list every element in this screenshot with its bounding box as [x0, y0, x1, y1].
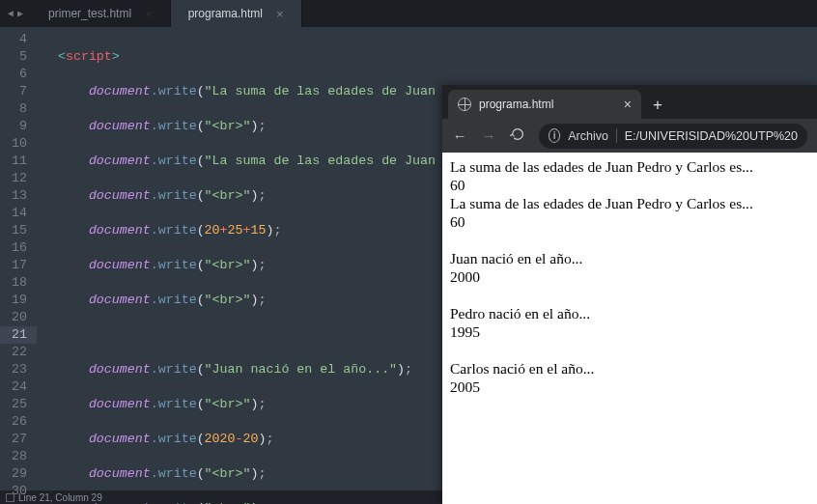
statusbar-checkbox[interactable]	[6, 493, 14, 502]
output-line: 1995	[450, 322, 809, 341]
line-number: 23	[0, 361, 27, 378]
line-number: 9	[0, 118, 27, 135]
line-number: 11	[0, 153, 27, 170]
browser-toolbar: ← → i Archivo E:/UNIVERISIDAD%20UTP%20	[442, 119, 817, 153]
address-bar[interactable]: i Archivo E:/UNIVERISIDAD%20UTP%20	[539, 124, 807, 149]
line-number: 21	[0, 326, 37, 344]
browser-tab[interactable]: programa.html ×	[448, 90, 641, 119]
line-number: 5	[0, 48, 27, 66]
url-divider	[616, 128, 617, 143]
close-icon[interactable]: ×	[276, 7, 284, 21]
line-number: 14	[0, 205, 27, 222]
page-content: La suma de las edades de Juan Pedro y Ca…	[442, 153, 817, 504]
line-number: 15	[0, 222, 27, 239]
line-number: 19	[0, 292, 27, 309]
tab-primer-test[interactable]: primer_test.html ×	[31, 0, 171, 27]
back-icon[interactable]: ←	[452, 127, 467, 144]
output-line: Pedro nació en el año...	[450, 304, 809, 322]
output-line: 60	[450, 176, 809, 194]
line-number: 20	[0, 309, 27, 326]
reload-icon[interactable]	[510, 126, 525, 145]
tab-nav-next-icon[interactable]: ▶	[15, 8, 25, 19]
tab-label: primer_test.html	[48, 7, 131, 20]
line-number: 13	[0, 187, 27, 205]
line-number: 26	[0, 413, 27, 431]
browser-tab-strip: programa.html × +	[442, 85, 817, 119]
site-info-icon[interactable]: i	[549, 128, 560, 143]
output-line: La suma de las edades de Juan Pedro y Ca…	[450, 194, 809, 212]
line-number: 18	[0, 274, 27, 292]
line-number: 17	[0, 257, 27, 274]
line-number: 27	[0, 431, 27, 448]
line-number: 29	[0, 465, 27, 483]
browser-window: programa.html × + ← → i Archivo E:/UNIVE…	[442, 85, 817, 504]
output-line: 2000	[450, 267, 809, 286]
line-number: 4	[0, 31, 27, 48]
forward-icon[interactable]: →	[481, 127, 496, 144]
line-number: 24	[0, 378, 27, 396]
globe-icon	[458, 98, 471, 111]
line-number: 22	[0, 344, 27, 361]
output-line: Carlos nació en el año...	[450, 359, 809, 378]
line-number: 6	[0, 66, 27, 83]
line-number: 7	[0, 83, 27, 100]
output-line: Juan nació en el año...	[450, 249, 809, 267]
tab-nav: ◄ ▶	[0, 0, 31, 27]
tab-programa[interactable]: programa.html ×	[171, 0, 302, 27]
browser-tab-title: programa.html	[479, 98, 553, 111]
dirty-indicator-icon	[178, 11, 183, 16]
close-icon[interactable]: ×	[145, 7, 153, 21]
close-icon[interactable]: ×	[624, 97, 632, 112]
line-number: 8	[0, 100, 27, 118]
line-number-gutter: 4567891011121314151617181920212223242526…	[0, 27, 37, 490]
output-line: La suma de las edades de Juan Pedro y Ca…	[450, 157, 809, 176]
line-number: 10	[0, 135, 27, 153]
tab-nav-prev-icon[interactable]: ◄	[6, 9, 15, 19]
line-number: 16	[0, 239, 27, 257]
line-number: 28	[0, 448, 27, 465]
line-number: 12	[0, 170, 27, 187]
new-tab-button[interactable]: +	[641, 96, 674, 119]
tab-label: programa.html	[188, 7, 263, 20]
url-scheme-label: Archivo	[568, 129, 608, 143]
output-line: 2005	[450, 378, 809, 396]
output-line: 60	[450, 212, 809, 231]
url-path: E:/UNIVERISIDAD%20UTP%20	[625, 129, 798, 143]
line-number: 25	[0, 396, 27, 413]
editor-tab-bar: ◄ ▶ primer_test.html × programa.html ×	[0, 0, 817, 27]
